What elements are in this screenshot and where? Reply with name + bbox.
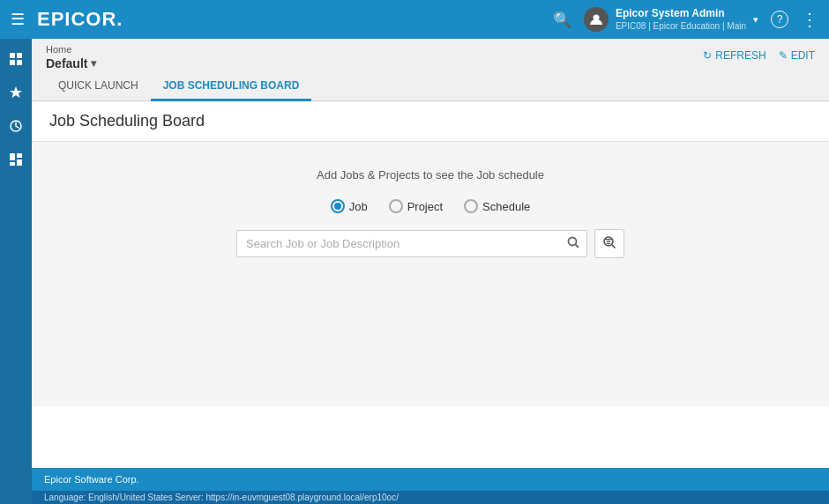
search-input-wrapper [236, 230, 587, 257]
search-input[interactable] [237, 231, 560, 256]
content-area: Add Jobs & Projects to see the Job sched… [32, 142, 829, 406]
page-title-bar: Job Scheduling Board [32, 101, 829, 142]
footer: Epicor Software Corp. [32, 468, 829, 491]
breadcrumb-left: Home Default ▾ [46, 44, 96, 70]
logo-text: EPICOR. [37, 8, 123, 30]
page-title: Job Scheduling Board [49, 112, 811, 130]
radio-project[interactable]: Project [389, 199, 443, 213]
user-section[interactable]: Epicor System Admin EPIC08 | Epicor Educ… [584, 7, 758, 33]
search-row [236, 229, 624, 258]
breadcrumb-chevron-icon[interactable]: ▾ [91, 57, 96, 70]
sidebar-apps-icon[interactable] [3, 46, 29, 72]
user-chevron-icon[interactable]: ▾ [753, 14, 758, 26]
search-submit-button[interactable] [560, 231, 586, 256]
sidebar-dashboard-icon[interactable] [3, 146, 29, 173]
header-right: 🔍 Epicor System Admin EPIC08 | Epicor Ed… [553, 7, 818, 33]
tabs-bar: QUICK LAUNCH JOB SCHEDULING BOARD [32, 72, 829, 101]
edit-button[interactable]: ✎ EDIT [779, 49, 815, 62]
search-header-icon[interactable]: 🔍 [553, 11, 571, 29]
svg-rect-9 [17, 159, 22, 166]
refresh-label: REFRESH [715, 49, 766, 62]
svg-line-13 [612, 245, 616, 248]
user-sub: EPIC08 | Epicor Education | Main [616, 20, 746, 32]
user-info: Epicor System Admin EPIC08 | Epicor Educ… [616, 7, 746, 33]
breadcrumb-home: Home [46, 44, 96, 55]
sidebar-favorites-icon[interactable] [3, 79, 29, 106]
user-avatar [584, 7, 609, 32]
tab-quick-launch[interactable]: QUICK LAUNCH [46, 72, 151, 101]
page-body: Job Scheduling Board Add Jobs & Projects… [32, 101, 829, 468]
hamburger-icon[interactable]: ☰ [11, 10, 25, 29]
radio-schedule[interactable]: Schedule [464, 199, 530, 213]
main-content: Home Default ▾ ↻ REFRESH ✎ EDIT QU [32, 39, 829, 504]
breadcrumb-title: Default ▾ [46, 56, 96, 70]
breadcrumb-default-label: Default [46, 56, 87, 70]
breadcrumb-bar: Home Default ▾ ↻ REFRESH ✎ EDIT [32, 39, 829, 70]
radio-schedule-label: Schedule [482, 200, 530, 213]
radio-project-label: Project [407, 200, 443, 213]
main-layout: Home Default ▾ ↻ REFRESH ✎ EDIT QU [0, 39, 829, 504]
svg-point-10 [569, 238, 577, 246]
radio-job-label: Job [349, 200, 368, 213]
svg-rect-2 [17, 53, 22, 58]
svg-rect-4 [17, 60, 22, 65]
footer-wrapper: Epicor Software Corp. Language: English/… [32, 468, 829, 504]
sidebar-history-icon[interactable] [3, 113, 29, 139]
radio-job[interactable]: Job [331, 199, 368, 213]
svg-rect-7 [17, 153, 22, 158]
footer-sub: Language: English/United States Server: … [32, 491, 829, 504]
radio-project-circle [389, 199, 403, 213]
refresh-icon: ↻ [703, 49, 712, 62]
radio-job-circle [331, 199, 345, 213]
svg-rect-8 [10, 162, 15, 166]
radio-schedule-circle [464, 199, 478, 213]
refresh-button[interactable]: ↻ REFRESH [703, 49, 766, 62]
help-icon[interactable]: ? [771, 11, 788, 28]
tab-job-scheduling-board[interactable]: JOB SCHEDULING BOARD [151, 72, 312, 101]
svg-rect-1 [10, 53, 15, 58]
top-header: ☰ EPICOR. 🔍 Epicor System Admin EPIC08 |… [0, 0, 829, 39]
svg-rect-3 [10, 60, 15, 65]
breadcrumb-actions: ↻ REFRESH ✎ EDIT [703, 49, 815, 62]
svg-line-11 [576, 245, 579, 248]
user-name: Epicor System Admin [616, 7, 746, 21]
radio-group: Job Project Schedule [331, 199, 531, 213]
svg-rect-6 [10, 153, 15, 160]
footer-company: Epicor Software Corp. [44, 471, 817, 487]
advanced-search-button[interactable] [594, 229, 624, 258]
edit-icon: ✎ [779, 49, 788, 62]
more-options-icon[interactable]: ⋮ [801, 9, 818, 30]
info-message: Add Jobs & Projects to see the Job sched… [317, 168, 544, 182]
edit-label: EDIT [791, 49, 815, 62]
sidebar [0, 39, 32, 504]
epicor-logo: EPICOR. [37, 8, 123, 31]
